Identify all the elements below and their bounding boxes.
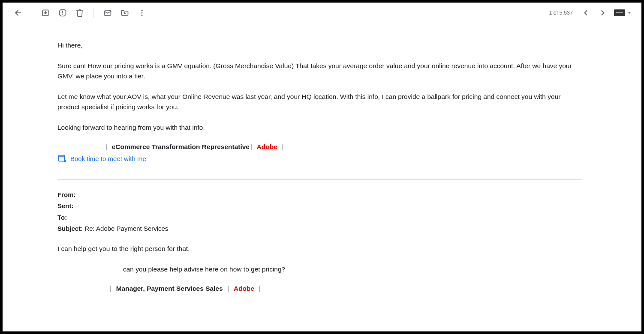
calendar-user-icon bbox=[57, 153, 67, 164]
mark-unread-button[interactable] bbox=[99, 4, 116, 21]
chevron-left-icon bbox=[581, 9, 590, 17]
report-spam-button[interactable] bbox=[54, 4, 71, 21]
quoted-body: I can help get you to the right person f… bbox=[57, 244, 582, 292]
subject-value: Re: Adobe Payment Services bbox=[84, 225, 168, 232]
sent-label: Sent: bbox=[57, 202, 74, 209]
spam-icon bbox=[58, 9, 67, 17]
email-paragraph-3: Looking forward to hearing from you with… bbox=[57, 122, 582, 133]
svg-point-8 bbox=[141, 9, 143, 11]
back-button[interactable] bbox=[9, 4, 27, 21]
to-label: To: bbox=[57, 214, 67, 221]
arrow-left-icon bbox=[14, 9, 22, 17]
signature-company: Adobe bbox=[257, 143, 277, 150]
quoted-signature-company: Adobe bbox=[234, 285, 254, 292]
archive-button[interactable] bbox=[37, 4, 54, 21]
caret-down-icon bbox=[627, 10, 632, 15]
quoted-signature-role: Manager, Payment Services Sales bbox=[116, 285, 223, 292]
svg-point-9 bbox=[141, 12, 143, 13]
quoted-headers: From: Sent: To: Subject: Re: Adobe Payme… bbox=[57, 189, 582, 234]
toolbar: 1 of 5,537 bbox=[3, 3, 641, 23]
svg-point-7 bbox=[109, 9, 111, 11]
email-viewer: 1 of 5,537 Hi there, Sure can! How our p… bbox=[3, 3, 641, 331]
pager-text: 1 of 5,537 bbox=[549, 10, 573, 16]
input-tool-button[interactable] bbox=[611, 9, 635, 16]
quoted-signature: | Manager, Payment Services Sales | Adob… bbox=[57, 285, 582, 292]
email-content[interactable]: Hi there, Sure can! How our pricing work… bbox=[3, 23, 637, 331]
book-meeting-row: Book time to meet with me bbox=[57, 153, 582, 164]
from-label: From: bbox=[57, 191, 76, 198]
quoted-line-1: I can help get you to the right person f… bbox=[57, 244, 582, 254]
email-paragraph-2: Let me know what your AOV is, what your … bbox=[57, 92, 582, 112]
next-button[interactable] bbox=[594, 4, 611, 21]
quoted-line-2: – can you please help advise here on how… bbox=[57, 264, 582, 274]
move-to-button[interactable] bbox=[116, 4, 133, 21]
email-greeting: Hi there, bbox=[57, 40, 582, 51]
toolbar-right: 1 of 5,537 bbox=[549, 4, 635, 21]
svg-point-14 bbox=[64, 160, 66, 161]
book-meeting-link[interactable]: Book time to meet with me bbox=[70, 155, 146, 162]
toolbar-left bbox=[9, 4, 150, 21]
email-paragraph-1: Sure can! How our pricing works is a GMV… bbox=[57, 61, 582, 81]
folder-move-icon bbox=[120, 9, 129, 17]
signature-line: | eCommerce Transformation Representativ… bbox=[57, 143, 582, 151]
svg-rect-12 bbox=[59, 155, 65, 161]
delete-button[interactable] bbox=[71, 4, 88, 21]
email-body: Hi there, Sure can! How our pricing work… bbox=[57, 40, 582, 327]
mail-unread-icon bbox=[103, 9, 112, 17]
prev-button[interactable] bbox=[577, 4, 594, 21]
chevron-right-icon bbox=[599, 9, 607, 17]
more-vert-icon bbox=[138, 9, 146, 17]
more-button[interactable] bbox=[133, 4, 150, 21]
thread-separator bbox=[57, 179, 582, 180]
trash-icon bbox=[75, 9, 84, 17]
signature-role: eCommerce Transformation Representative bbox=[112, 143, 250, 150]
subject-label: Subject: bbox=[57, 225, 83, 232]
svg-point-10 bbox=[141, 15, 143, 16]
svg-point-5 bbox=[62, 14, 63, 15]
archive-icon bbox=[41, 9, 50, 17]
toolbar-divider bbox=[93, 8, 94, 18]
keyboard-icon bbox=[614, 9, 625, 16]
svg-marker-11 bbox=[628, 12, 631, 14]
